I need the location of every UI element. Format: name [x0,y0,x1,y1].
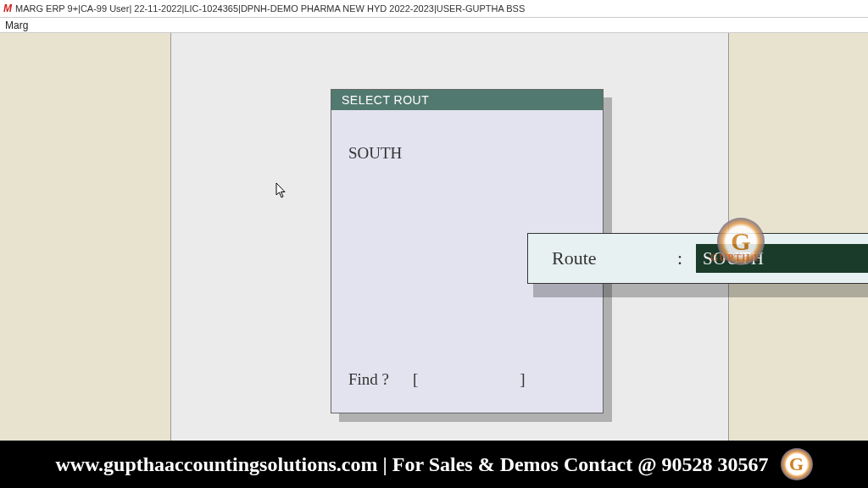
find-label: Find ? [348,370,389,389]
bracket-right: ] [520,370,525,389]
route-colon: : [677,247,696,269]
menu-bar[interactable]: Marg [0,18,868,33]
mouse-cursor-icon [275,182,287,199]
find-row: Find ? [ ] [348,370,586,389]
center-panel: SELECT ROUT SOUTH Find ? [ ] GUPTHA Rout… [170,33,729,441]
workspace: SELECT ROUT SOUTH Find ? [ ] GUPTHA Rout… [0,33,868,441]
list-item[interactable]: SOUTH [348,142,586,164]
route-popup: Route : SOUTH [527,233,868,284]
watermark-text: GUPTHA [710,252,759,264]
footer-text: www.gupthaaccountingsolutions.com | For … [55,453,768,476]
menu-item-marg[interactable]: Marg [5,19,28,31]
app-logo-icon: M [3,3,12,14]
footer-logo-icon [781,448,813,480]
route-label: Route [552,247,677,269]
footer-bar: www.gupthaaccountingsolutions.com | For … [0,441,868,488]
window-title-bar: M MARG ERP 9+|CA-99 User| 22-11-2022|LIC… [0,0,868,18]
dialog-header: SELECT ROUT [331,90,603,110]
window-title-text: MARG ERP 9+|CA-99 User| 22-11-2022|LIC-1… [15,3,525,14]
bracket-left: [ [413,370,418,389]
